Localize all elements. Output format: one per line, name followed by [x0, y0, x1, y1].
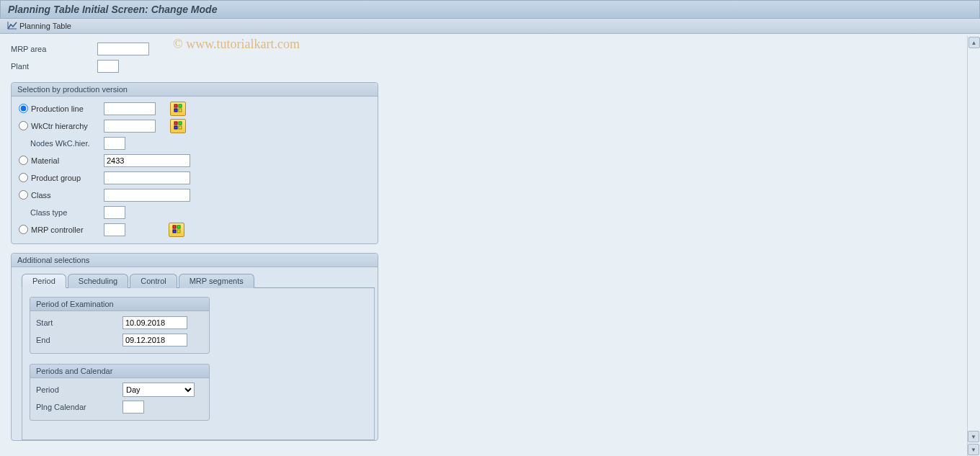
plng-calendar-input[interactable]: [122, 401, 144, 413]
production-line-label: Production line: [31, 104, 84, 113]
production-line-radio[interactable]: [19, 104, 28, 113]
mrp-area-input[interactable]: [97, 43, 149, 55]
svg-rect-4: [174, 122, 177, 125]
class-input[interactable]: [104, 189, 190, 202]
svg-rect-11: [177, 230, 180, 233]
wkctr-hierarchy-radio-wrap[interactable]: WkCtr hierarchy: [17, 121, 104, 130]
nodes-label: Nodes WkC.hier.: [17, 139, 104, 148]
production-line-input[interactable]: [104, 102, 156, 115]
mrp-controller-input[interactable]: [104, 223, 125, 236]
tab-mrp-segments[interactable]: MRP segments: [179, 274, 254, 288]
page-title: Planning Table Initial Screen: Change Mo…: [8, 4, 217, 15]
selection-groupbox: Selection by production version Producti…: [11, 82, 378, 244]
material-radio-wrap[interactable]: Material: [17, 156, 104, 165]
class-type-input[interactable]: [104, 206, 125, 219]
plng-calendar-label: Plng Calendar: [36, 403, 122, 411]
product-group-radio-wrap[interactable]: Product group: [17, 173, 104, 182]
product-group-radio[interactable]: [19, 173, 28, 182]
wkctr-hierarchy-radio[interactable]: [19, 121, 28, 130]
class-label: Class: [31, 191, 51, 200]
svg-rect-7: [179, 126, 182, 129]
planning-table-icon: [7, 21, 17, 31]
production-line-radio-wrap[interactable]: Production line: [17, 104, 104, 113]
wkctr-hierarchy-label: WkCtr hierarchy: [31, 122, 88, 130]
product-group-input[interactable]: [104, 171, 190, 184]
mrp-controller-label: MRP controller: [31, 225, 84, 234]
svg-rect-6: [174, 126, 177, 129]
svg-rect-5: [179, 122, 182, 125]
svg-rect-1: [179, 104, 182, 107]
scroll-up-icon[interactable]: ▲: [968, 37, 980, 48]
vertical-scrollbar[interactable]: ▲ ▼ ▼: [967, 36, 980, 456]
content-area: MRP area Plant Selection by production v…: [0, 34, 980, 454]
class-type-label: Class type: [17, 208, 104, 217]
additional-title: Additional selections: [12, 254, 378, 267]
svg-rect-9: [177, 225, 180, 228]
end-label: End: [36, 336, 122, 344]
mrp-controller-radio-wrap[interactable]: MRP controller: [17, 225, 104, 234]
tab-period[interactable]: Period: [22, 274, 66, 288]
mrp-controller-multi-button[interactable]: [169, 223, 184, 237]
wkctr-hierarchy-input[interactable]: [104, 120, 156, 133]
material-radio[interactable]: [19, 156, 28, 165]
plant-label: Plant: [11, 62, 97, 71]
end-date-input[interactable]: [122, 334, 187, 347]
product-group-label: Product group: [31, 174, 81, 182]
tabstrip: Period Scheduling Control MRP segments: [22, 273, 375, 288]
svg-rect-3: [179, 109, 182, 112]
class-radio[interactable]: [19, 190, 28, 200]
multi-select-icon: [172, 225, 181, 235]
material-label: Material: [31, 156, 59, 165]
tab-control[interactable]: Control: [130, 274, 177, 288]
mrp-area-label: MRP area: [11, 45, 97, 53]
material-input[interactable]: [104, 154, 190, 167]
scroll-down-icon[interactable]: ▼: [968, 431, 979, 442]
tab-scheduling[interactable]: Scheduling: [68, 274, 128, 288]
toolbar: Planning Table © www.tutorialkart.com: [0, 19, 980, 34]
scroll-down-icon[interactable]: ▼: [968, 444, 979, 455]
period-exam-group: Period of Examination Start End: [30, 297, 210, 354]
svg-rect-0: [174, 104, 177, 107]
periods-calendar-title: Periods and Calendar: [30, 365, 209, 378]
svg-rect-2: [174, 109, 177, 112]
planning-table-button[interactable]: Planning Table: [7, 21, 71, 31]
wkctr-hierarchy-multi-button[interactable]: [170, 119, 186, 133]
multi-select-icon: [174, 121, 182, 131]
period-exam-title: Period of Examination: [30, 298, 209, 311]
start-label: Start: [36, 318, 122, 327]
selection-title: Selection by production version: [12, 83, 378, 97]
start-date-input[interactable]: [122, 316, 187, 329]
production-line-multi-button[interactable]: [170, 102, 186, 116]
period-label: Period: [36, 385, 122, 394]
periods-calendar-group: Periods and Calendar Period Day Plng Cal…: [30, 364, 210, 421]
plant-input[interactable]: [97, 60, 119, 73]
planning-table-label: Planning Table: [19, 22, 71, 30]
multi-select-icon: [174, 104, 182, 114]
tab-content: Period of Examination Start End Periods …: [22, 288, 375, 440]
mrp-controller-radio[interactable]: [19, 225, 28, 234]
period-dropdown[interactable]: Day: [122, 383, 195, 397]
svg-rect-8: [173, 225, 176, 228]
svg-rect-10: [173, 230, 176, 233]
page-title-bar: Planning Table Initial Screen: Change Mo…: [0, 0, 980, 19]
additional-groupbox: Additional selections Period Scheduling …: [11, 253, 378, 441]
nodes-input[interactable]: [104, 137, 125, 150]
class-radio-wrap[interactable]: Class: [17, 190, 104, 200]
